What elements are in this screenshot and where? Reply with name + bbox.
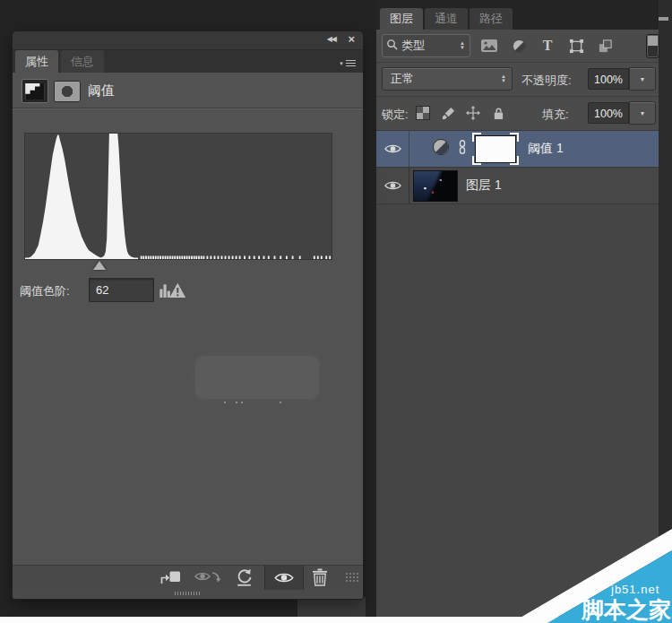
background-band — [297, 597, 366, 617]
filter-shape-button[interactable] — [565, 37, 587, 55]
mask-link-icon[interactable] — [458, 140, 467, 158]
opacity-label: 不透明度: — [521, 73, 572, 89]
threshold-adjustment-icon[interactable] — [22, 79, 48, 103]
threshold-steps-icon — [25, 83, 45, 100]
layer-visibility-cell[interactable] — [376, 131, 409, 167]
properties-tabbar: 属性 信息 ▼ — [13, 50, 363, 73]
brush-icon — [442, 107, 455, 120]
mask-selection-bracket — [472, 133, 481, 142]
lock-row: 锁定: 填充: 100% ▼ — [376, 97, 659, 131]
tab-paths[interactable]: 路径 — [470, 8, 513, 30]
properties-toolbar — [13, 565, 363, 591]
artifact-dot — [241, 402, 243, 403]
smart-object-icon — [598, 39, 613, 54]
opacity-dropdown-button[interactable]: ▼ — [629, 67, 656, 91]
adjustment-title: 阈值 — [88, 82, 115, 100]
clip-to-layer-button[interactable] — [158, 569, 183, 585]
fill-label: 填充: — [542, 107, 569, 123]
histogram-svg — [25, 134, 332, 259]
panel-minimize-dash[interactable] — [659, 17, 668, 21]
tab-info[interactable]: 信息 — [61, 50, 104, 73]
opacity-value[interactable]: 100% — [588, 68, 629, 90]
properties-panel: ◀◀ × 属性 信息 ▼ 阈值 阈值色阶: — [13, 31, 363, 599]
mask-selection-bracket — [510, 156, 519, 165]
cached-data-warning-icon[interactable] — [159, 280, 187, 302]
watermark-site-text: jb51.net — [610, 583, 659, 596]
transparency-checker-icon — [416, 106, 430, 120]
threshold-level-label: 阈值色阶: — [20, 283, 70, 299]
layer-row-threshold[interactable]: 阈值 1 — [376, 131, 659, 168]
lock-position-button[interactable] — [464, 105, 482, 121]
blend-row: 正常 ▲▼ 不透明度: 100% ▼ — [376, 63, 659, 97]
threshold-histogram — [24, 133, 332, 260]
artifact-dot — [224, 402, 226, 403]
layer-name[interactable]: 阈值 1 — [528, 141, 564, 157]
layers-panel-tabbar: 图层 通道 路径 — [376, 0, 659, 30]
lock-label: 锁定: — [382, 107, 409, 123]
fill-dropdown-button[interactable]: ▼ — [629, 101, 656, 125]
mask-view-icon[interactable] — [54, 81, 81, 102]
layer-mask-thumbnail[interactable] — [472, 133, 519, 165]
reset-button[interactable] — [233, 567, 254, 587]
trash-icon — [312, 568, 328, 586]
tab-layers[interactable]: 图层 — [380, 8, 423, 30]
lock-icon — [493, 107, 504, 120]
lock-pixels-button[interactable] — [439, 105, 457, 121]
adjustment-icon — [512, 39, 527, 54]
filter-adjustment-button[interactable] — [508, 37, 530, 55]
panel-menu-icon[interactable]: ▼ — [339, 60, 356, 67]
lock-all-button[interactable] — [489, 105, 507, 121]
panel-bottom-lip — [13, 590, 363, 599]
layer-thumbnail-image[interactable] — [413, 170, 458, 202]
clip-to-layer-icon — [159, 569, 182, 585]
view-previous-state-button[interactable] — [194, 569, 222, 585]
watermark: jb51.net 脚本之家 — [497, 518, 672, 623]
eye-previous-icon — [194, 570, 221, 585]
artifact-dot — [280, 402, 281, 403]
eye-icon — [384, 143, 401, 154]
reset-icon — [235, 568, 254, 586]
filter-toggle-switch[interactable] — [646, 34, 659, 58]
delete-adjustment-button[interactable] — [310, 567, 330, 587]
layer-name[interactable]: 图层 1 — [466, 177, 502, 194]
kind-spinner-icon: ▲▼ — [460, 41, 466, 50]
close-icon[interactable]: × — [348, 32, 355, 46]
photoshop-workspace: 图层 通道 路径 类型 ▲▼ — [0, 0, 672, 623]
move-icon — [466, 106, 480, 120]
resize-grip[interactable] — [345, 572, 359, 584]
tab-properties[interactable]: 属性 — [15, 50, 58, 73]
watermark-ghost-artifact — [195, 356, 319, 399]
layers-controls: 类型 ▲▼ T — [376, 30, 659, 131]
blend-mode-value: 正常 — [391, 71, 414, 87]
layer-filter-row: 类型 ▲▼ T — [376, 30, 659, 63]
chevron-down-icon: ▼ — [640, 110, 646, 117]
mask-selection-bracket — [510, 133, 519, 142]
fill-value[interactable]: 100% — [588, 102, 629, 124]
watermark-name-text: 脚本之家 — [581, 597, 671, 622]
shape-icon — [569, 39, 584, 54]
eye-icon — [384, 180, 401, 191]
filter-smart-object-button[interactable] — [594, 37, 616, 55]
collapse-to-icons-icon[interactable]: ◀◀ — [327, 35, 336, 43]
threshold-slider[interactable] — [93, 261, 106, 270]
chevron-down-icon: ▼ — [640, 76, 646, 82]
eye-icon — [274, 572, 294, 584]
mask-selection-bracket — [472, 156, 481, 165]
blend-mode-dropdown[interactable]: 正常 ▲▼ — [382, 67, 513, 91]
filter-kind-label: 类型 — [401, 38, 425, 54]
toggle-visibility-button[interactable] — [264, 566, 304, 590]
properties-titlebar[interactable]: ◀◀ × — [13, 31, 363, 50]
filter-kind-dropdown[interactable]: 类型 ▲▼ — [382, 34, 470, 57]
threshold-level-input[interactable] — [89, 278, 154, 302]
type-icon: T — [543, 38, 553, 54]
lock-transparency-button[interactable] — [414, 105, 432, 121]
layer-row-image[interactable]: 图层 1 — [376, 168, 659, 204]
tab-channels[interactable]: 通道 — [425, 8, 468, 30]
search-icon — [386, 38, 398, 54]
artifact-stripes — [175, 592, 202, 595]
blend-spinner-icon: ▲▼ — [501, 74, 512, 83]
adjustment-layer-icon[interactable] — [432, 138, 450, 160]
filter-image-button[interactable] — [478, 37, 500, 55]
filter-type-button[interactable]: T — [537, 37, 558, 55]
layer-visibility-cell[interactable] — [376, 168, 409, 203]
